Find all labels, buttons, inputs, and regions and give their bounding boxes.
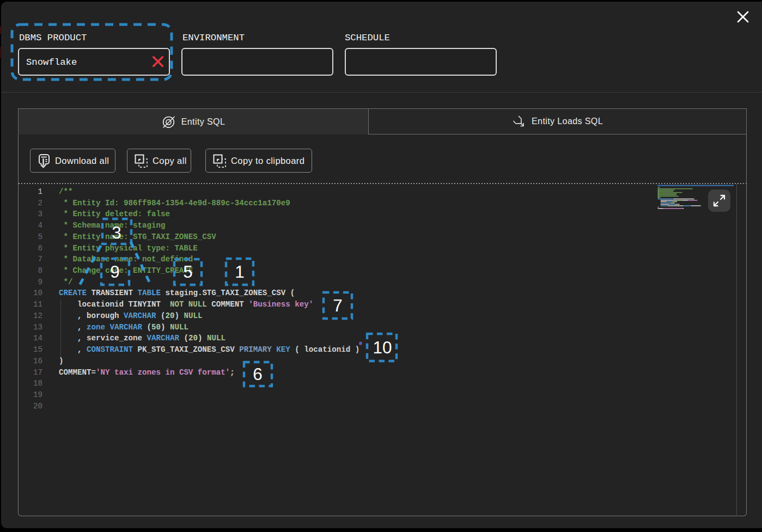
svg-text:7: 7 [333, 296, 343, 315]
svg-text:9: 9 [110, 262, 120, 282]
svg-text:5: 5 [183, 262, 193, 282]
svg-text:1: 1 [235, 262, 245, 282]
svg-text:10: 10 [373, 338, 392, 357]
svg-text:6: 6 [253, 364, 263, 384]
svg-text:3: 3 [112, 223, 121, 242]
